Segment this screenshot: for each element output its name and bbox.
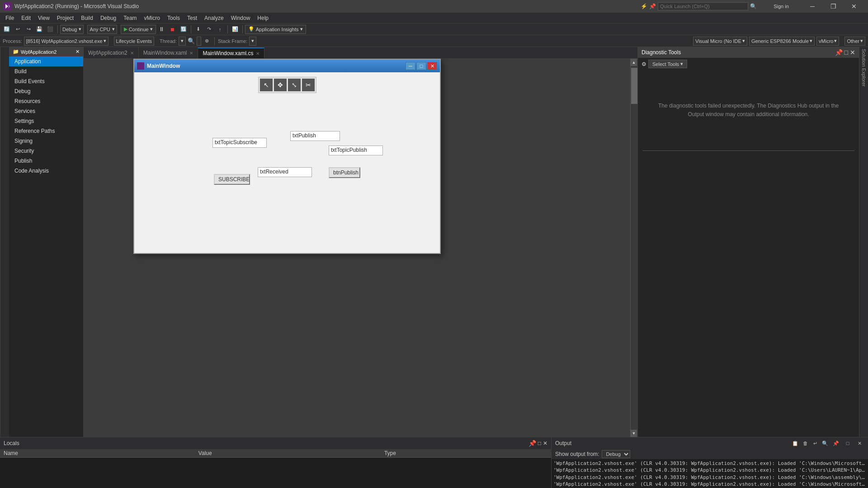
- output-header: Output 📋 🗑 ↵ 🔍 📌 □ ✕: [552, 437, 868, 449]
- tool-crop[interactable]: ✂: [302, 79, 315, 91]
- menu-debug[interactable]: Debug: [97, 13, 120, 23]
- step-out-btn[interactable]: ↑: [215, 25, 225, 34]
- thread-dropdown[interactable]: ▾: [179, 37, 186, 46]
- continue-button[interactable]: ▶ Continue ▾: [121, 25, 156, 34]
- tool-select[interactable]: ↖: [260, 79, 273, 91]
- menu-team[interactable]: Team: [120, 13, 140, 23]
- locals-pin-icon[interactable]: 📌: [528, 440, 536, 447]
- menu-vmicro[interactable]: vMicro: [141, 13, 164, 23]
- output-maximize-btn[interactable]: □: [843, 439, 853, 448]
- diagnostic-close-icon[interactable]: ✕: [850, 49, 855, 56]
- popup-minimize[interactable]: ─: [406, 62, 415, 70]
- output-word-wrap-btn[interactable]: ↵: [811, 439, 819, 447]
- perf-btn[interactable]: 📊: [230, 25, 240, 34]
- menu-analyze[interactable]: Analyze: [201, 13, 227, 23]
- panel-item-settings[interactable]: Settings: [9, 116, 83, 126]
- popup-title-bar[interactable]: MainWindow ─ □ ✕: [134, 60, 440, 72]
- menu-file[interactable]: File: [2, 13, 18, 23]
- locals-close-icon[interactable]: ✕: [543, 440, 547, 446]
- menu-build[interactable]: Build: [77, 13, 97, 23]
- output-close-btn[interactable]: ✕: [854, 439, 864, 448]
- tab-close-2[interactable]: ✕: [256, 51, 259, 56]
- panel-item-services[interactable]: Services: [9, 106, 83, 116]
- stop-btn[interactable]: ⏹: [168, 25, 178, 34]
- txt-received-control[interactable]: txtReceived: [258, 167, 312, 177]
- module-dropdown[interactable]: Generic ESP8266 Module ▾: [749, 37, 815, 46]
- panel-item-signing[interactable]: Signing: [9, 136, 83, 146]
- process-label: Process:: [3, 38, 22, 44]
- menu-test[interactable]: Test: [184, 13, 201, 23]
- publish-button[interactable]: btnPublish: [329, 167, 360, 178]
- output-pin-btn[interactable]: 📌: [831, 439, 841, 448]
- menu-project[interactable]: Project: [53, 13, 77, 23]
- quick-launch-input[interactable]: [658, 2, 748, 10]
- step-over-btn[interactable]: ↷: [204, 25, 214, 34]
- stack-dropdown[interactable]: ▾: [249, 37, 256, 46]
- step-into-btn[interactable]: ⬇: [193, 25, 203, 34]
- output-clear-btn[interactable]: 🗑: [801, 439, 809, 447]
- txt-publish-control[interactable]: txtPublish: [290, 131, 340, 141]
- menu-tools[interactable]: Tools: [164, 13, 184, 23]
- debug-dropdown[interactable]: Debug ▾: [60, 25, 84, 34]
- scroll-up-arrow[interactable]: ▲: [631, 59, 637, 66]
- panel-item-code-analysis[interactable]: Code Analysis: [9, 166, 83, 176]
- minimize-button[interactable]: ─: [802, 0, 823, 13]
- sign-in-button[interactable]: Sign in: [763, 0, 799, 13]
- tool-move[interactable]: ✥: [274, 79, 287, 91]
- txt-topic-subscribe-control[interactable]: txtTopicSubscribe: [212, 138, 267, 148]
- lifecycle-dropdown[interactable]: Lifecycle Events: [114, 37, 154, 46]
- redo-btn[interactable]: ↪: [24, 25, 33, 34]
- menu-window[interactable]: Window: [227, 13, 254, 23]
- diagnostic-maximize-icon[interactable]: □: [844, 49, 848, 56]
- refresh-btn[interactable]: ⊕: [203, 37, 211, 45]
- panel-item-reference-paths[interactable]: Reference Paths: [9, 126, 83, 136]
- diagnostic-pin-icon[interactable]: 📌: [835, 49, 843, 56]
- popup-maximize[interactable]: □: [416, 62, 426, 70]
- menu-view[interactable]: View: [34, 13, 53, 23]
- vmicro-main-btn[interactable]: vMicro ▾: [816, 37, 839, 46]
- tab-mainwindow-xaml[interactable]: MainWindow.xaml ✕: [139, 47, 198, 58]
- new-project-btn[interactable]: 🔄: [2, 25, 12, 34]
- panel-item-publish[interactable]: Publish: [9, 156, 83, 166]
- menu-help[interactable]: Help: [254, 13, 272, 23]
- restore-button[interactable]: ❐: [823, 0, 844, 13]
- pause-btn[interactable]: ⏸: [157, 25, 167, 34]
- output-copy-btn[interactable]: 📋: [791, 439, 799, 447]
- solution-explorer-sidebar[interactable]: Solution Explorer: [859, 47, 868, 437]
- cpu-dropdown[interactable]: Any CPU ▾: [87, 25, 117, 34]
- tab-mainwindow-cs[interactable]: MainWindow.xaml.cs ✕: [198, 47, 264, 58]
- save-btn[interactable]: 💾: [34, 25, 44, 34]
- close-project-icon[interactable]: ✕: [75, 49, 80, 55]
- process-dropdown[interactable]: [8516] WpfApplication2.vshost.exe ▾: [24, 37, 108, 46]
- select-tools-button[interactable]: Select Tools ▾: [648, 60, 687, 68]
- panel-item-security[interactable]: Security: [9, 146, 83, 156]
- tab-close-0[interactable]: ✕: [130, 51, 134, 56]
- txt-topic-publish-control[interactable]: txtTopicPublish: [329, 145, 383, 155]
- tab-wpfapplication2[interactable]: WpfApplication2 ✕: [84, 47, 139, 58]
- scroll-down-arrow[interactable]: ▼: [631, 430, 637, 437]
- locals-maximize-icon[interactable]: □: [538, 440, 541, 446]
- panel-item-debug[interactable]: Debug: [9, 86, 83, 96]
- tab-close-1[interactable]: ✕: [189, 51, 193, 56]
- insights-button[interactable]: 💡 Application Insights ▾: [245, 25, 306, 34]
- tool-resize[interactable]: ⤡: [288, 79, 301, 91]
- save-all-btn[interactable]: ⬛: [45, 25, 55, 34]
- restart-btn[interactable]: 🔃: [179, 25, 189, 34]
- popup-close[interactable]: ✕: [427, 62, 437, 70]
- close-button[interactable]: ✕: [844, 0, 864, 13]
- other-dropdown[interactable]: Other ▾: [844, 37, 865, 46]
- panel-item-build[interactable]: Build: [9, 66, 83, 76]
- vmicro-dropdown[interactable]: Visual Micro (No IDE ▾: [693, 37, 747, 46]
- canvas-scrollbar[interactable]: ▲ ▼: [630, 59, 637, 437]
- panel-item-application[interactable]: Application: [9, 56, 83, 66]
- txt-topic-subscribe-label: txtTopicSubscribe: [215, 139, 257, 145]
- panel-item-build-events[interactable]: Build Events: [9, 76, 83, 86]
- menu-edit[interactable]: Edit: [18, 13, 34, 23]
- panel-item-resources[interactable]: Resources: [9, 96, 83, 106]
- undo-btn[interactable]: ↩: [13, 25, 23, 34]
- subscribe-button[interactable]: SUBSCRIBE: [214, 174, 250, 185]
- output-source-dropdown[interactable]: Debug: [602, 450, 630, 458]
- scroll-thumb[interactable]: [631, 68, 637, 104]
- output-find-btn[interactable]: 🔍: [821, 439, 829, 447]
- filter-dropdown[interactable]: [197, 37, 201, 46]
